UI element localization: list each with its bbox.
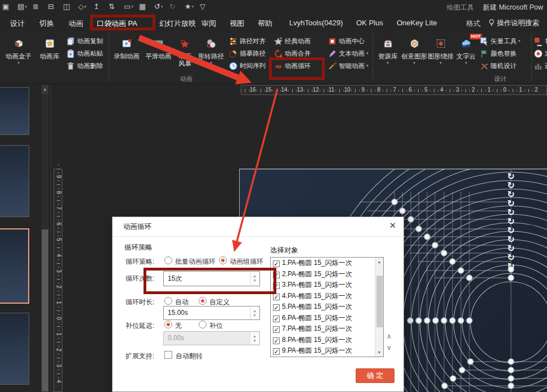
favorite-icon[interactable]: ★▾ (185, 2, 194, 12)
move-up-chevron[interactable]: ∧ (387, 332, 392, 340)
object-list-item-4[interactable]: ✓4.PA-椭圆 15_闪烁一次 (271, 291, 383, 302)
text-box-icon[interactable]: ▭▾ (124, 2, 133, 12)
align-top-icon[interactable]: ↥ (93, 2, 100, 12)
ribbon-button-创意图形[interactable]: 创意图形▾ (401, 33, 427, 82)
thumbnail-scrollbar-thumb[interactable] (42, 229, 48, 391)
shape-rotate-icon[interactable]: ◇▾ (78, 2, 87, 12)
tab-幻灯片放映[interactable]: 幻灯片放映 (159, 19, 196, 29)
layout-icon[interactable]: ▤▾ (17, 2, 27, 12)
ribbon-button-动画中心[interactable]: 动画中心 (328, 35, 365, 47)
object-list-item-5[interactable]: ✓5.PA-椭圆 15_闪烁一次 (271, 301, 383, 313)
object-list-item-9[interactable]: ✓9.PA-椭圆 15_闪烁一次 (271, 345, 383, 357)
ribbon-button-文本动画[interactable]: 文本动画▾ (328, 48, 369, 59)
loop-count-spinner[interactable]: ▲▼ (250, 272, 259, 285)
close-icon[interactable]: ✕ (389, 220, 396, 231)
tab-OneKey-Lite[interactable]: OneKey Lite (397, 19, 437, 27)
item-checkbox-checked[interactable]: ✓ (273, 260, 280, 267)
radio-duration-custom[interactable] (199, 297, 207, 305)
ribbon-button-定[interactable]: 定 (533, 48, 547, 59)
radio-batch-loop[interactable] (164, 256, 172, 264)
tab-视图[interactable]: 视图 (230, 19, 244, 29)
item-checkbox-checked[interactable]: ✓ (273, 316, 280, 322)
ok-button[interactable]: 确 定 (356, 368, 394, 383)
duration-input[interactable]: 15.00s ▲▼ (163, 306, 260, 320)
radio-delay-none[interactable] (164, 321, 172, 328)
loop-count-input[interactable]: 15次 ▲▼ (163, 271, 260, 286)
auto-flip-label[interactable]: 自动翻转 (176, 352, 203, 361)
radio-delay-fill[interactable] (199, 321, 207, 328)
list-scroll-down-icon[interactable]: ▼ (375, 348, 383, 357)
ribbon-button-替[interactable]: 替 (533, 35, 547, 47)
tab-格式[interactable]: 格式 (466, 19, 481, 29)
ribbon-button-动画合并[interactable]: 动画合并 (274, 48, 311, 59)
tab-设计[interactable]: 设计 (10, 19, 25, 29)
item-checkbox-checked[interactable]: ✓ (273, 294, 280, 300)
thumbnail-scrollbar-up-button[interactable]: ▲ (42, 85, 48, 94)
redo-icon[interactable]: ↻ (169, 2, 176, 12)
tab-OK-Plus[interactable]: OK Plus (356, 19, 383, 27)
list-scrollbar[interactable]: ▲ ▼ (375, 258, 383, 357)
item-checkbox-checked[interactable]: ✓ (273, 348, 280, 355)
customize-qat-icon[interactable]: ▽ (200, 2, 205, 12)
object-list-item-2[interactable]: ✓2.PA-椭圆 15_闪烁一次 (271, 269, 383, 280)
ribbon-button-动画盒子[interactable]: 动画盒子▾ (3, 33, 34, 82)
ribbon-button-选[interactable]: 选 (533, 60, 547, 71)
item-checkbox-checked[interactable]: ✓ (273, 304, 280, 311)
ribbon-button-图形绕排[interactable]: 图形绕排▾ (428, 33, 454, 82)
ribbon-button-智能动画[interactable]: 智能动画▾ (328, 60, 369, 71)
item-checkbox-checked[interactable]: ✓ (273, 272, 280, 278)
ribbon-button-录制动画[interactable]: 录制动画 (111, 33, 142, 82)
slide-thumbnail-3[interactable] (0, 228, 29, 304)
radio-group-loop[interactable] (219, 256, 227, 264)
list-scroll-up-icon[interactable]: ▲ (375, 258, 383, 266)
ribbon-button-平滑动画[interactable]: 平滑动画 (143, 33, 174, 82)
ribbon-button-动画循环[interactable]: ∞动画循环 (274, 60, 311, 71)
duration-spinner[interactable]: ▲▼ (250, 307, 259, 319)
tab-动画[interactable]: 动画 (69, 19, 83, 29)
window-icon[interactable]: ▣ (2, 2, 9, 12)
radio-batch-loop-label[interactable]: 批量动画循环 (175, 257, 216, 267)
tab-审阅[interactable]: 审阅 (201, 19, 216, 29)
ribbon-button-描摹路径[interactable]: 描摹路径 (228, 48, 266, 59)
object-list-item-7[interactable]: ✓7.PA-椭圆 15_闪烁一次 (271, 323, 383, 335)
object-list-item-1[interactable]: ✓1.PA-椭圆 15_闪烁一次 (271, 258, 383, 269)
undo-icon[interactable]: ↺▾ (154, 2, 163, 12)
ribbon-button-动画库[interactable]: 动画库 (35, 33, 64, 82)
radio-delay-none-label[interactable]: 无 (175, 321, 182, 331)
object-list-item-3[interactable]: ✓3.PA-椭圆 15_闪烁一次 (271, 280, 383, 291)
slide-thumbnail-2[interactable] (0, 145, 29, 217)
radio-duration-auto[interactable] (164, 297, 172, 305)
ribbon-button-形转路径[interactable]: 形转路径▾ (195, 33, 227, 82)
ribbon-button-动画复制[interactable]: 动画复制 (66, 35, 103, 47)
ribbon-button-资源库[interactable]: 资源库▾ (375, 33, 401, 82)
move-down-chevron[interactable]: ∨ (387, 344, 392, 352)
ribbon-button-经典动画[interactable]: 经典动画 (274, 35, 311, 47)
ribbon-button-文字云[interactable]: wordHOT文字云▾ (454, 33, 478, 82)
ribbon-button-动画粘贴[interactable]: 动画粘贴 (66, 48, 103, 59)
item-checkbox-checked[interactable]: ✓ (273, 337, 280, 344)
slide-thumbnail-1[interactable] (0, 87, 29, 135)
ribbon-button-动画删除[interactable]: 动画删除 (66, 60, 103, 71)
auto-flip-checkbox[interactable] (164, 351, 172, 359)
object-list-item-8[interactable]: ✓8.PA-椭圆 15_闪烁一次 (271, 335, 383, 346)
distribute-rows-icon[interactable]: ≣ (33, 2, 39, 12)
tab-LvyhTools(0429)[interactable]: LvyhTools(0429) (289, 19, 343, 27)
item-checkbox-checked[interactable]: ✓ (273, 326, 280, 333)
tab-切换[interactable]: 切换 (39, 19, 54, 29)
ribbon-button-随机设计[interactable]: 随机设计 (479, 60, 517, 71)
distribute-horizontal-icon[interactable]: ◫ (63, 2, 70, 12)
object-list-item-6[interactable]: ✓6.PA-椭圆 15_闪烁一次 (271, 313, 383, 324)
reorder-icon[interactable]: ⇅ (109, 2, 115, 12)
radio-delay-fill-label[interactable]: 补位 (209, 321, 223, 331)
object-listbox[interactable]: ✓1.PA-椭圆 15_闪烁一次✓2.PA-椭圆 15_闪烁一次✓3.PA-椭圆… (270, 257, 384, 357)
align-middle-icon[interactable]: ⊟ (48, 2, 54, 12)
ribbon-button-路径对齐[interactable]: 路径对齐 (228, 35, 266, 47)
snap-grid-icon[interactable]: ▦ (139, 2, 146, 12)
item-checkbox-checked[interactable]: ✓ (273, 282, 280, 289)
tab-口袋动画-PA[interactable]: 口袋动画 PA (97, 19, 137, 29)
ribbon-button-颜色替换[interactable]: 颜色替换 (479, 48, 517, 59)
list-scroll-thumb[interactable] (376, 276, 383, 327)
radio-group-loop-label[interactable]: 动画组循环 (230, 257, 263, 267)
tab-帮助[interactable]: 帮助 (258, 19, 272, 29)
slide-thumbnail-4[interactable] (0, 313, 29, 385)
